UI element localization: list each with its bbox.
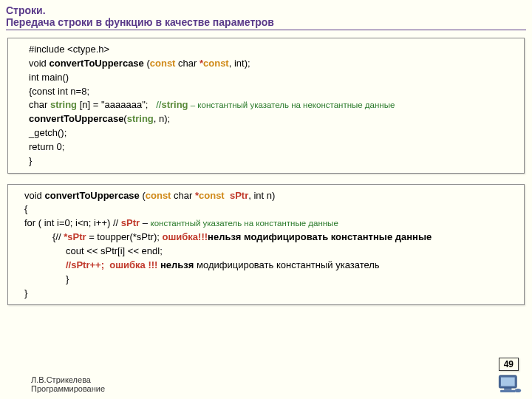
code-line: void convertToUppercase (const char *con… — [29, 57, 518, 71]
svg-rect-2 — [504, 388, 511, 390]
title-line1: Строки. — [6, 4, 526, 16]
slide-title: Строки. Передача строки в функцию в каче… — [6, 4, 526, 32]
code-line: return 0; — [29, 140, 518, 154]
keyword-const: const — [150, 58, 176, 69]
code-line: int main() — [29, 71, 518, 85]
keyword-string: string — [50, 99, 77, 110]
keyword-const: const — [203, 58, 229, 69]
computer-icon — [497, 374, 522, 395]
code-line: void convertToUppercase (const char *con… — [24, 189, 518, 203]
code-line: } — [24, 273, 518, 287]
code-line: {// *sPtr = toupper(*sPtr); ошибка!!!нел… — [24, 231, 518, 245]
func-name: convertToUppercase — [44, 190, 139, 201]
title-line2: Передача строки в функцию в качестве пар… — [6, 16, 526, 30]
page-number: 49 — [499, 358, 519, 371]
code-line: {const int n=8; — [29, 85, 518, 99]
keyword-const: const — [199, 190, 230, 201]
footer: Л.В.Стрикелева Программирование — [31, 375, 105, 393]
svg-rect-1 — [501, 378, 515, 386]
comment: – константный указатель на неконстантные… — [188, 100, 395, 109]
error-label: ошибка !!! — [104, 259, 160, 270]
func-name: convertToUppercase — [49, 58, 143, 69]
code-line: cout << sPtr[i] << endl; — [24, 245, 518, 259]
error-label: ошибка!!! — [163, 231, 208, 242]
code-box-2: void convertToUppercase (const char *con… — [7, 184, 525, 306]
func-name: convertToUppercase — [29, 113, 123, 124]
code-line: { — [24, 202, 518, 216]
keyword-string: string — [127, 113, 154, 124]
comment: константный указатель на константные дан… — [151, 219, 338, 228]
footer-course: Программирование — [31, 384, 105, 393]
code-line: } — [24, 287, 518, 301]
svg-rect-3 — [500, 390, 515, 392]
footer-author: Л.В.Стрикелева — [31, 375, 105, 384]
var-sptr: sPtr — [230, 190, 248, 201]
code-line: #include <ctype.h> — [29, 43, 518, 57]
code-line: } — [29, 154, 518, 168]
var-sptr: sPtr — [121, 217, 140, 228]
keyword-const: const — [146, 190, 171, 201]
code-box-1: #include <ctype.h> void convertToUpperca… — [7, 38, 525, 174]
code-line: //sPtr++; ошибка !!! нельзя модифицирова… — [24, 259, 518, 273]
code-line: char string [n] = "ааааааа"; //string – … — [29, 98, 518, 112]
var-sptr: //sPtr++; — [66, 259, 104, 270]
code-line: convertToUppercase(string, n); — [29, 112, 518, 126]
svg-point-4 — [515, 389, 522, 392]
code-line: _getch(); — [29, 126, 518, 140]
code-line: for ( int i=0; i<n; i++) // sPtr – конст… — [24, 216, 518, 231]
var-sptr: *sPtr — [64, 231, 86, 242]
